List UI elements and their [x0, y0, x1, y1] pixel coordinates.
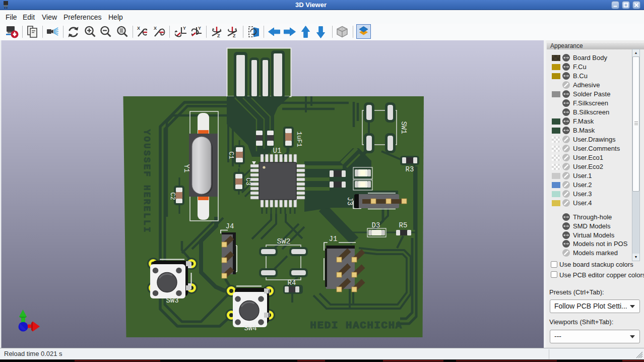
svg-text:YOUSSEF HERELLI: YOUSSEF HERELLI: [142, 129, 152, 233]
svg-text:J4: J4: [226, 222, 234, 230]
svg-text:SW3: SW3: [166, 296, 178, 305]
svg-text:X: X: [154, 26, 157, 31]
svg-text:SW1: SW1: [400, 121, 408, 134]
svg-text:Y: Y: [198, 26, 201, 31]
svg-text:R3: R3: [406, 165, 414, 173]
svg-text:Y1: Y1: [182, 164, 190, 173]
svg-text:SW4: SW4: [244, 324, 256, 332]
svg-text:1uF1: 1uF1: [295, 131, 303, 147]
svg-text:J3: J3: [346, 197, 354, 206]
svg-text:C2: C2: [169, 192, 176, 200]
svg-text:C1: C1: [227, 151, 235, 159]
svg-text:D3: D3: [372, 221, 380, 229]
svg-text:J1: J1: [329, 235, 338, 243]
svg-text:Z: Z: [233, 33, 236, 38]
svg-text:Z: Z: [217, 33, 220, 38]
svg-text:Y: Y: [183, 26, 186, 31]
svg-text:U1: U1: [273, 147, 282, 155]
svg-text:HEDI HACHICHA: HEDI HACHICHA: [310, 320, 402, 331]
svg-text:X: X: [137, 26, 140, 31]
svg-text:R5: R5: [399, 221, 408, 229]
